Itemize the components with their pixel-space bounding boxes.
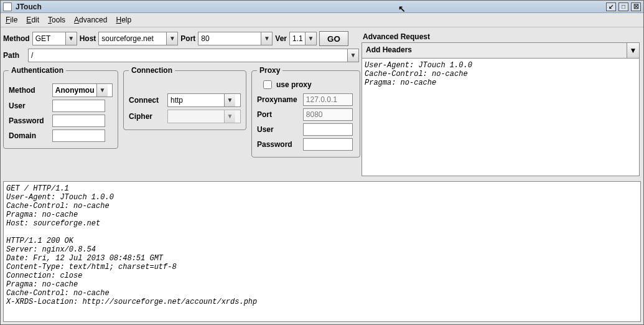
proxyuser-label: User — [257, 125, 299, 134]
chevron-down-icon[interactable]: ▼ — [166, 32, 177, 45]
chevron-down-icon: ▼ — [224, 110, 235, 123]
close-button[interactable]: ☒ — [631, 2, 641, 11]
host-select[interactable]: ▼ — [98, 32, 178, 45]
menu-tools[interactable]: Tools — [48, 16, 65, 24]
connection-fieldset: Connection Connect ▼ Cipher ▼ — [123, 66, 246, 130]
proxyuser-input[interactable] — [303, 123, 353, 136]
auth-legend: Authentication — [9, 66, 66, 75]
add-headers-label: Add Headers — [362, 43, 627, 58]
auth-domain-input[interactable] — [52, 130, 105, 142]
host-label: Host — [80, 34, 96, 43]
advanced-request-title: Advanced Request — [362, 30, 640, 42]
chevron-down-icon[interactable]: ▼ — [261, 32, 272, 45]
output-textarea[interactable] — [3, 181, 641, 322]
auth-password-label: Password — [9, 116, 49, 125]
chevron-down-icon[interactable]: ▼ — [305, 32, 316, 45]
maximize-button[interactable]: □ — [618, 2, 628, 11]
auth-domain-label: Domain — [9, 131, 49, 140]
proxyport-label: Port — [257, 110, 299, 119]
method-select[interactable]: ▼ — [32, 32, 77, 45]
connect-label: Connect — [129, 96, 164, 105]
proxypassword-label: Password — [257, 140, 299, 149]
menu-edit[interactable]: Edit — [26, 16, 39, 24]
titlebar[interactable]: JTouch ↖ ↙ □ ☒ — [1, 1, 643, 13]
auth-user-label: User — [9, 101, 49, 110]
ver-label: Ver — [275, 34, 287, 43]
menu-advanced[interactable]: Advanced — [74, 16, 107, 24]
connection-legend: Connection — [129, 66, 175, 75]
proxyport-input — [303, 108, 353, 121]
proxypassword-input[interactable] — [303, 138, 353, 151]
chevron-down-icon[interactable]: ▼ — [96, 84, 108, 97]
proxy-legend: Proxy — [257, 66, 282, 75]
method-label: Method — [3, 34, 30, 43]
path-select[interactable]: ▼ — [28, 49, 359, 62]
proxy-fieldset: Proxy use proxy Proxyname Port User Pass… — [251, 66, 360, 158]
auth-fieldset: Authentication Method ▼ User Password Do… — [3, 66, 118, 149]
cursor-icon: ↖ — [398, 4, 406, 14]
proxyname-input — [303, 93, 353, 106]
headers-textarea[interactable] — [362, 58, 640, 176]
connect-value[interactable] — [168, 94, 224, 106]
go-button[interactable]: GO — [319, 31, 348, 46]
app-window: JTouch ↖ ↙ □ ☒ File Edit Tools Advanced … — [0, 0, 644, 325]
chevron-down-icon[interactable]: ▼ — [347, 49, 358, 62]
menu-help[interactable]: Help — [116, 16, 131, 24]
chevron-down-icon[interactable]: ▼ — [224, 94, 235, 106]
ver-select[interactable]: ▼ — [289, 32, 317, 45]
minimize-button[interactable]: ↙ — [606, 2, 616, 11]
app-icon — [3, 2, 12, 11]
port-input[interactable] — [198, 32, 261, 45]
cipher-select[interactable]: ▼ — [167, 110, 241, 123]
method-value[interactable] — [33, 32, 65, 45]
path-input[interactable] — [29, 49, 347, 62]
cipher-label: Cipher — [129, 112, 164, 121]
use-proxy-checkbox[interactable] — [263, 80, 272, 89]
chevron-down-icon[interactable]: ▼ — [627, 43, 639, 58]
auth-method-value[interactable] — [53, 84, 96, 97]
menu-file[interactable]: File — [6, 16, 17, 24]
host-input[interactable] — [99, 32, 166, 45]
ver-value[interactable] — [290, 32, 305, 45]
auth-user-input[interactable] — [52, 100, 105, 112]
window-title: JTouch — [16, 2, 42, 11]
port-label: Port — [180, 34, 195, 43]
menubar: File Edit Tools Advanced Help — [1, 13, 643, 27]
path-label: Path — [3, 51, 26, 60]
use-proxy-label: use proxy — [276, 80, 312, 89]
auth-method-select[interactable]: ▼ — [52, 83, 113, 97]
chevron-down-icon[interactable]: ▼ — [65, 32, 77, 45]
proxyname-label: Proxyname — [257, 95, 299, 104]
auth-method-label: Method — [9, 86, 49, 95]
auth-password-input[interactable] — [52, 115, 105, 127]
cipher-value — [168, 110, 224, 123]
connect-select[interactable]: ▼ — [167, 93, 241, 107]
port-select[interactable]: ▼ — [198, 32, 273, 45]
add-headers-bar[interactable]: Add Headers ▼ — [362, 42, 640, 58]
